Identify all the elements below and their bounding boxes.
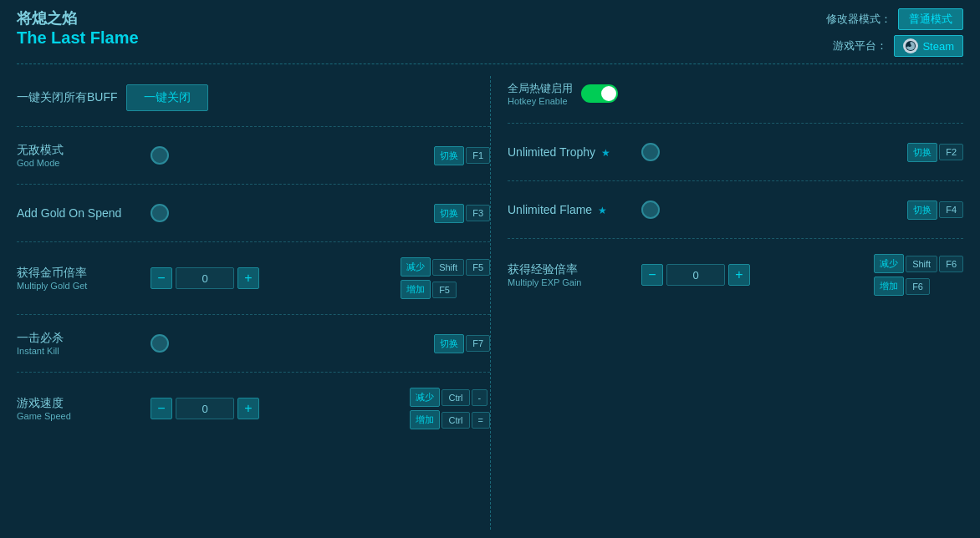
header-right: 修改器模式： 普通模式 游戏平台： Steam [826,8,963,57]
divider-5 [17,372,490,373]
unlimited-flame-row: Unlimited Flame ★ 切换 F4 [508,188,963,231]
unlimited-flame-hotkey-label[interactable]: 切换 [907,200,937,220]
global-hotkey-label: 全局热键启用 Hotkey Enable [508,81,573,106]
unlimited-trophy-toggle[interactable] [641,143,660,161]
unlimited-flame-toggle[interactable] [641,200,660,219]
r-divider-1 [508,123,963,124]
mode-label: 修改器模式： [826,12,891,27]
game-speed-decrease-row: 减少 Ctrl - [410,388,490,407]
multiply-gold-decrease-label[interactable]: 减少 [401,257,431,277]
mode-row: 修改器模式： 普通模式 [826,8,963,30]
unlimited-flame-hotkey-row: 切换 F4 [907,200,963,220]
steam-icon [903,38,918,53]
unlimited-trophy-label: Unlimited Trophy ★ [508,145,633,159]
multiply-exp-increase-label[interactable]: 增加 [874,277,904,296]
multiply-exp-stepper: − 0 + [641,264,750,286]
multiply-gold-increase-key[interactable]: F5 [432,282,457,298]
multiply-exp-increase-row: 增加 F6 [874,277,963,296]
game-speed-input[interactable]: 0 [176,398,234,419]
divider-3 [17,241,490,242]
instant-kill-hotkey-label[interactable]: 切换 [434,334,464,353]
multiply-exp-minus[interactable]: − [641,264,663,286]
game-speed-decrease-label[interactable]: 减少 [410,388,440,407]
instant-kill-hotkey: 切换 F7 [434,334,490,353]
instant-kill-row: 一击必杀 Instant Kill 切换 F7 [17,322,490,365]
add-gold-row: Add Gold On Spend 切换 F3 [17,191,490,235]
multiply-exp-plus[interactable]: + [728,264,750,286]
game-speed-increase-label[interactable]: 增加 [410,410,440,429]
global-hotkey-en: Hotkey Enable [508,96,573,106]
platform-label: 游戏平台： [833,38,887,53]
content-grid: 一键关闭所有BUFF 一键关闭 无敌模式 God Mode 切换 F1 [17,76,963,530]
global-hotkey-zh: 全局热键启用 [508,81,573,96]
add-gold-hotkey: 切换 F3 [434,204,490,223]
god-mode-toggle[interactable] [151,146,169,165]
god-mode-en: God Mode [17,158,142,168]
trophy-star-icon: ★ [601,147,610,159]
r-divider-2 [508,180,963,181]
add-gold-hotkey-key[interactable]: F3 [466,205,490,221]
right-panel: 全局热键启用 Hotkey Enable Unlimited Trophy ★ [490,76,963,530]
multiply-gold-en: Multiply Gold Get [17,281,142,291]
game-speed-increase-key[interactable]: = [472,412,490,429]
instant-kill-toggle[interactable] [151,334,169,353]
god-mode-row: 无敌模式 God Mode 切换 F1 [17,134,490,177]
title-block: 将熄之焰 The Last Flame [17,8,139,48]
platform-button[interactable]: Steam [894,35,963,57]
unlimited-trophy-hotkey-row: 切换 F2 [907,143,963,162]
one-click-row: 一键关闭所有BUFF 一键关闭 [17,76,490,119]
global-hotkey-row: 全局热键启用 Hotkey Enable [508,76,963,116]
game-speed-minus[interactable]: − [151,398,172,419]
game-speed-decrease-mod[interactable]: Ctrl [442,389,469,406]
unlimited-flame-hotkey-key[interactable]: F4 [939,201,963,218]
multiply-gold-hotkey: 减少 Shift F5 增加 F5 [401,257,490,299]
divider-4 [17,314,490,315]
game-speed-increase-row: 增加 Ctrl = [410,410,490,429]
title-zh: 将熄之焰 [17,8,139,28]
add-gold-toggle[interactable] [151,204,169,222]
game-speed-row: 游戏速度 Game Speed − 0 + 减少 Ctrl - 增加 [17,379,490,438]
multiply-exp-decrease-mod[interactable]: Shift [906,256,937,272]
multiply-exp-label: 获得经验倍率 Multiply EXP Gain [508,262,633,287]
god-mode-hotkey-key[interactable]: F1 [466,147,490,164]
unlimited-trophy-hotkey-label[interactable]: 切换 [907,143,937,162]
multiply-gold-decrease-row: 减少 Shift F5 [401,257,490,277]
game-speed-plus[interactable]: + [237,398,259,419]
multiply-gold-increase-label[interactable]: 增加 [401,280,431,299]
platform-row: 游戏平台： Steam [833,35,963,57]
unlimited-flame-hotkey: 切换 F4 [907,200,963,220]
instant-kill-label: 一击必杀 Instant Kill [17,331,142,356]
game-speed-decrease-key[interactable]: - [472,389,488,406]
multiply-gold-decrease-key[interactable]: F5 [466,259,490,276]
instant-kill-zh: 一击必杀 [17,331,142,346]
game-speed-en: Game Speed [17,411,142,421]
platform-label-text: Steam [922,40,954,53]
header: 将熄之焰 The Last Flame 修改器模式： 普通模式 游戏平台： [17,8,963,64]
multiply-gold-row: 获得金币倍率 Multiply Gold Get − 0 + 减少 Shift … [17,249,490,307]
multiply-gold-plus[interactable]: + [237,267,259,289]
multiply-gold-decrease-mod[interactable]: Shift [432,259,464,276]
add-gold-hotkey-label[interactable]: 切换 [434,204,464,223]
multiply-exp-zh: 获得经验倍率 [508,262,633,277]
god-mode-hotkey-label[interactable]: 切换 [434,146,464,165]
unlimited-flame-label: Unlimited Flame ★ [508,203,633,216]
one-click-button[interactable]: 一键关闭 [126,84,208,111]
god-mode-label: 无敌模式 God Mode [17,143,142,168]
multiply-exp-input[interactable]: 0 [666,264,725,286]
unlimited-trophy-hotkey-key[interactable]: F2 [939,144,963,160]
multiply-exp-decrease-label[interactable]: 减少 [874,254,904,273]
instant-kill-en: Instant Kill [17,346,142,356]
instant-kill-hotkey-key[interactable]: F7 [466,335,490,352]
add-gold-label: Add Gold On Spend [17,206,142,220]
multiply-gold-zh: 获得金币倍率 [17,266,142,281]
multiply-exp-increase-key[interactable]: F6 [906,278,930,295]
app-container: 将熄之焰 The Last Flame 修改器模式： 普通模式 游戏平台： [0,0,980,538]
game-speed-increase-mod[interactable]: Ctrl [442,412,469,429]
unlimited-trophy-zh: Unlimited Trophy ★ [508,145,633,159]
multiply-gold-input[interactable]: 0 [176,267,234,289]
multiply-exp-decrease-key[interactable]: F6 [939,256,963,272]
multiply-exp-en: Multiply EXP Gain [508,277,633,287]
mode-button[interactable]: 普通模式 [898,8,963,30]
global-hotkey-toggle[interactable] [581,84,618,103]
multiply-gold-minus[interactable]: − [151,267,172,289]
